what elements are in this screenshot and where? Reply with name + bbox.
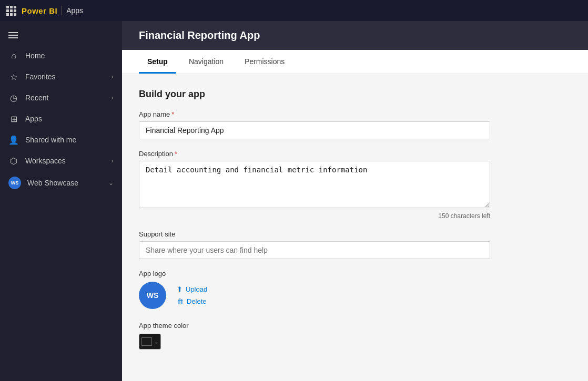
recent-chevron-icon: › [111,94,114,101]
upload-icon: ⬆ [177,285,183,293]
app-name-field-group: App name * [139,110,571,139]
app-logo-section: App logo WS ⬆ Upload 🗑 Delete [139,270,571,309]
workspace-icon: ⬡ [8,156,19,166]
app-name-input[interactable] [139,121,490,139]
support-site-input[interactable] [139,241,490,259]
person-icon: 👤 [8,135,19,145]
color-swatch [141,337,152,346]
sidebar-item-recent-label: Recent [25,94,48,102]
sidebar-item-recent[interactable]: ◷ Recent › [0,87,122,108]
description-input[interactable] [139,161,490,208]
app-logo-label: App logo [139,270,571,277]
delete-button[interactable]: 🗑 Delete [177,297,207,305]
app-name-required: * [171,110,174,118]
clock-icon: ◷ [8,92,19,103]
logo-preview-avatar: WS [139,282,166,309]
sidebar-item-shared-label: Shared with me [25,136,76,144]
page-title: Financial Reporting App [139,29,571,42]
home-icon: ⌂ [8,50,19,61]
section-title: Build your app [139,89,571,100]
sidebar-item-web-showcase[interactable]: WS Web Showcase ⌄ [0,171,122,194]
char-count: 150 characters left [139,212,490,220]
brand: Power BI Apps [22,6,83,15]
sidebar-item-home-label: Home [25,52,45,60]
description-label: Description * [139,150,571,158]
topbar: Power BI Apps [0,0,588,21]
topbar-apps-label[interactable]: Apps [66,6,83,15]
description-required: * [175,150,177,158]
form-area: Build your app App name * Description * … [122,74,588,381]
tab-permissions[interactable]: Permissions [236,50,293,74]
upload-button[interactable]: ⬆ Upload [177,285,207,293]
apps-icon: ⊞ [8,114,19,124]
app-logo-controls: WS ⬆ Upload 🗑 Delete [139,282,571,309]
sidebar-item-home[interactable]: ⌂ Home [0,45,122,66]
support-site-field-group: Support site [139,230,571,259]
support-site-label: Support site [139,230,571,238]
powerbi-logo: Power BI [22,6,57,15]
app-theme-section: App theme color ⌄ [139,322,571,349]
sidebar-item-apps[interactable]: ⊞ Apps [0,108,122,129]
apps-grid-icon[interactable] [6,6,16,16]
tab-navigation[interactable]: Navigation [180,50,232,74]
color-chevron-icon: ⌄ [154,339,158,345]
sidebar-item-workspaces[interactable]: ⬡ Workspaces › [0,150,122,171]
sidebar: ⌂ Home ☆ Favorites › ◷ Recent › ⊞ Apps 👤… [0,21,122,381]
workspace-label: Web Showcase [27,179,78,187]
sidebar-item-favorites[interactable]: ☆ Favorites › [0,66,122,87]
topbar-divider [62,6,62,15]
delete-icon: 🗑 [177,297,184,305]
tab-setup[interactable]: Setup [139,50,176,74]
workspaces-chevron-icon: › [111,157,114,164]
workspace-chevron-icon: ⌄ [108,179,114,187]
sidebar-item-favorites-label: Favorites [25,73,56,81]
tabs-bar: Setup Navigation Permissions [122,50,588,74]
sidebar-item-workspaces-label: Workspaces [25,157,66,165]
main-layout: ⌂ Home ☆ Favorites › ◷ Recent › ⊞ Apps 👤… [0,21,588,381]
main-content: Financial Reporting App Setup Navigation… [122,21,588,381]
page-header: Financial Reporting App [122,21,588,50]
description-field-group: Description * 150 characters left [139,150,571,220]
star-icon: ☆ [8,71,19,82]
color-picker-button[interactable]: ⌄ [139,334,161,349]
app-theme-label: App theme color [139,322,571,329]
logo-actions: ⬆ Upload 🗑 Delete [177,285,207,305]
workspace-avatar: WS [8,177,21,189]
sidebar-item-shared[interactable]: 👤 Shared with me [0,129,122,150]
sidebar-item-apps-label: Apps [25,115,42,123]
hamburger-button[interactable] [0,25,122,45]
app-name-label: App name * [139,110,571,118]
favorites-chevron-icon: › [111,73,114,80]
